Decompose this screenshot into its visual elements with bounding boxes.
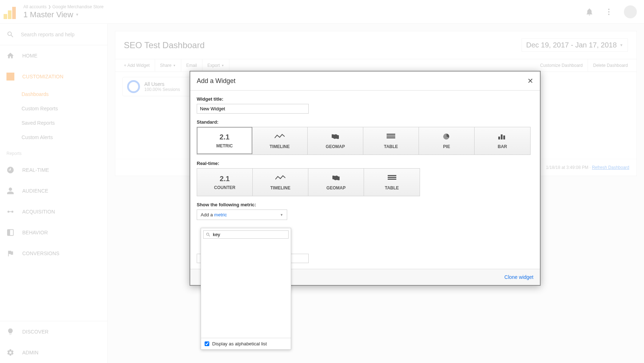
widget-type-rt-geomap[interactable]: GEOMAP: [308, 169, 364, 196]
widget-title-input[interactable]: [197, 104, 309, 114]
svg-rect-8: [387, 135, 395, 137]
widget-type-table[interactable]: TABLE: [363, 127, 419, 155]
alpha-list-label: Display as alphabetical list: [212, 341, 267, 346]
widget-type-pie[interactable]: PIE: [419, 127, 475, 155]
metric-results-list: [201, 241, 291, 338]
search-icon: [206, 232, 211, 237]
realtime-label: Real-time:: [197, 161, 533, 166]
widget-type-geomap[interactable]: GEOMAP: [308, 127, 363, 155]
standard-widget-types: 2.1 METRIC TIMELINE GEOMAP TABLE PIE: [197, 127, 531, 155]
close-icon[interactable]: ✕: [527, 77, 533, 85]
metric-link: metric: [214, 212, 227, 217]
widget-type-metric[interactable]: 2.1 METRIC: [197, 127, 252, 154]
svg-rect-11: [501, 134, 503, 139]
metric-icon: 2.1: [220, 133, 230, 141]
standard-label: Standard:: [197, 119, 533, 125]
metric-dropdown: Display as alphabetical list: [201, 228, 291, 350]
widget-type-timeline[interactable]: TIMELINE: [252, 127, 308, 155]
modal-title: Add a Widget: [197, 77, 235, 85]
widget-type-rt-table[interactable]: TABLE: [364, 169, 420, 196]
timeline-icon: [275, 174, 285, 183]
widget-type-rt-timeline[interactable]: TIMELINE: [253, 169, 308, 196]
geomap-icon: [330, 133, 340, 142]
counter-icon: 2.1: [220, 175, 230, 183]
widget-type-bar[interactable]: BAR: [475, 127, 530, 155]
geomap-icon: [331, 174, 341, 183]
svg-rect-7: [387, 134, 395, 135]
metric-search-input[interactable]: [213, 232, 286, 237]
svg-rect-10: [498, 137, 500, 139]
clone-widget-link[interactable]: Clone widget: [504, 274, 533, 280]
pie-icon: [442, 133, 452, 142]
timeline-icon: [275, 133, 285, 142]
svg-rect-15: [388, 179, 396, 180]
realtime-widget-types: 2.1 COUNTER TIMELINE GEOMAP TABLE: [197, 168, 420, 196]
caret-down-icon: ▼: [280, 213, 283, 217]
svg-rect-12: [503, 135, 505, 139]
svg-rect-9: [387, 137, 395, 138]
metric-picker[interactable]: Add a metric ▼: [197, 210, 287, 220]
svg-rect-13: [388, 175, 396, 176]
table-icon: [386, 133, 396, 142]
svg-rect-14: [388, 177, 396, 178]
alpha-list-checkbox[interactable]: [205, 341, 209, 346]
widget-title-label: Widget title:: [197, 96, 533, 102]
bar-icon: [498, 133, 508, 142]
table-icon: [387, 174, 397, 183]
widget-type-counter[interactable]: 2.1 COUNTER: [197, 169, 253, 196]
show-metric-label: Show the following metric:: [197, 202, 533, 207]
